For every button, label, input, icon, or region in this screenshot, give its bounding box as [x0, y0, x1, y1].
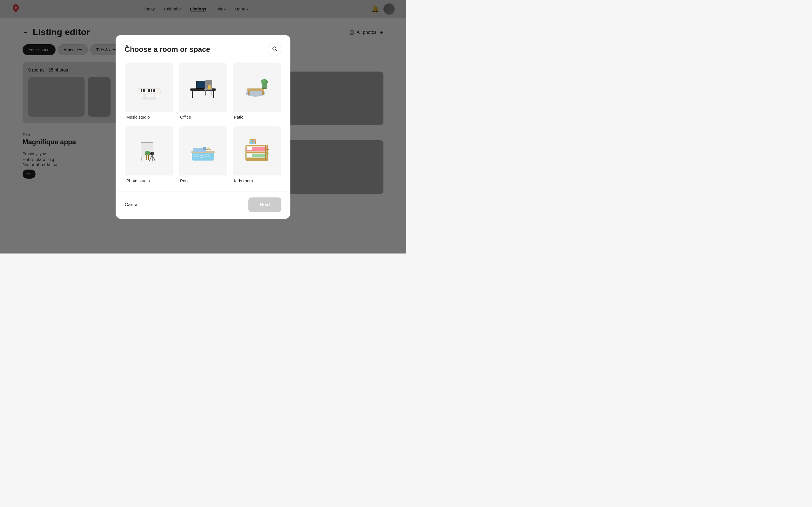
room-card-pool[interactable]: Pool [179, 126, 228, 185]
svg-line-1 [276, 50, 277, 51]
svg-rect-28 [211, 91, 211, 96]
kids-room-label: Kids room [233, 175, 281, 184]
room-card-photo-studio[interactable]: Photo studio [124, 126, 174, 185]
svg-rect-53 [203, 147, 206, 150]
patio-image [233, 62, 281, 112]
svg-rect-5 [144, 89, 147, 93]
svg-rect-29 [208, 86, 211, 89]
svg-rect-24 [200, 90, 204, 91]
svg-point-49 [145, 151, 150, 155]
room-chooser-modal: × Choose a room or space [116, 35, 290, 219]
svg-point-69 [253, 139, 256, 142]
modal-header: Choose a room or space [116, 35, 290, 62]
pool-image [179, 126, 227, 175]
modal-search-button[interactable] [268, 43, 282, 56]
svg-rect-39 [141, 142, 153, 144]
svg-rect-63 [265, 146, 266, 161]
svg-point-45 [150, 152, 152, 155]
modal-title: Choose a room or space [124, 45, 210, 54]
office-label: Office [179, 112, 227, 121]
svg-rect-61 [247, 147, 252, 150]
pool-label: Pool [179, 175, 227, 184]
svg-rect-19 [192, 91, 193, 98]
svg-point-37 [261, 79, 265, 83]
svg-line-44 [152, 155, 155, 161]
music-studio-image [125, 62, 173, 112]
room-card-patio[interactable]: Patio [232, 62, 282, 121]
svg-rect-22 [197, 81, 207, 88]
svg-rect-65 [265, 154, 269, 154]
search-icon [272, 46, 277, 53]
svg-rect-12 [148, 89, 150, 92]
svg-rect-48 [148, 155, 149, 160]
photo-studio-image [125, 126, 173, 175]
photo-studio-label: Photo studio [125, 175, 173, 184]
svg-rect-47 [146, 155, 147, 160]
office-image [179, 62, 227, 112]
svg-point-55 [207, 147, 209, 150]
svg-rect-31 [247, 89, 264, 91]
patio-label: Patio [233, 112, 281, 121]
modal-footer: Cancel Next [116, 191, 290, 219]
svg-rect-9 [154, 89, 157, 93]
room-card-office[interactable]: Office [179, 62, 228, 121]
svg-rect-14 [153, 89, 155, 92]
svg-rect-35 [262, 88, 266, 89]
svg-rect-13 [151, 89, 152, 92]
svg-rect-64 [265, 149, 269, 150]
next-button[interactable]: Next [248, 198, 282, 212]
svg-rect-20 [213, 91, 214, 98]
modal-close-button[interactable]: × [122, 42, 132, 51]
music-studio-label: Music studio [125, 112, 173, 121]
svg-rect-10 [141, 89, 142, 92]
svg-rect-32 [248, 91, 250, 95]
modal-body: Music studio [116, 62, 290, 191]
room-card-music-studio[interactable]: Music studio [124, 62, 174, 121]
svg-point-17 [141, 97, 158, 100]
svg-rect-33 [262, 91, 264, 95]
svg-rect-11 [143, 89, 145, 92]
svg-rect-40 [141, 144, 153, 158]
modal-overlay: × Choose a room or space [0, 0, 406, 253]
cancel-button[interactable]: Cancel [124, 202, 140, 208]
svg-rect-27 [205, 91, 206, 96]
room-grid: Music studio [124, 62, 282, 191]
svg-rect-62 [247, 154, 252, 157]
room-card-kids-room[interactable]: Kids room [232, 126, 282, 185]
kids-room-image [233, 126, 281, 175]
